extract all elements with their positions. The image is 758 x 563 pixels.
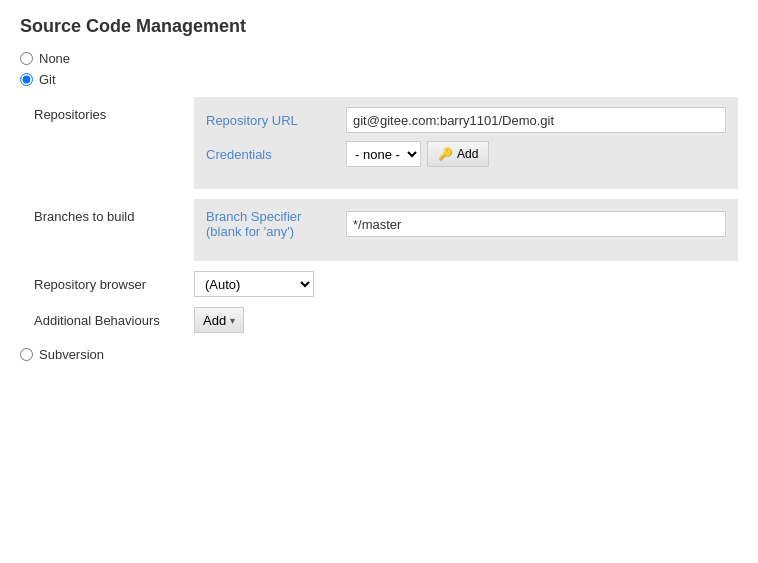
radio-subversion[interactable]: Subversion [20,347,738,362]
radio-none-label: None [39,51,70,66]
additional-behaviours-row: Additional Behaviours Add ▾ [34,307,738,333]
branch-specifier-row: Branch Specifier (blank for 'any') [206,209,726,239]
radio-git-input[interactable] [20,73,33,86]
branch-specifier-label: Branch Specifier (blank for 'any') [206,209,346,239]
branches-label: Branches to build [34,199,194,224]
repo-url-label: Repository URL [206,113,346,128]
branches-row: Branches to build Branch Specifier (blan… [34,199,738,271]
page-title: Source Code Management [20,16,738,37]
repositories-label: Repositories [34,97,194,122]
repositories-field-col: Repository URL Credentials - none - 🔑 Ad… [194,97,738,189]
credentials-add-button[interactable]: 🔑 Add [427,141,489,167]
page-container: Source Code Management None Git Reposito… [0,0,758,563]
radio-git[interactable]: Git [20,72,738,87]
repo-browser-select[interactable]: (Auto) [194,271,314,297]
repo-url-input[interactable] [346,107,726,133]
repo-browser-row: Repository browser (Auto) [34,271,738,297]
radio-subversion-label: Subversion [39,347,104,362]
radio-subversion-input[interactable] [20,348,33,361]
dropdown-arrow-icon: ▾ [230,315,235,326]
scm-radio-group: None Git [20,51,738,87]
scm-section: Repositories Repository URL Credentials … [34,97,738,333]
additional-behaviours-label: Additional Behaviours [34,313,194,328]
credentials-add-label: Add [457,147,478,161]
radio-none-input[interactable] [20,52,33,65]
repo-browser-label: Repository browser [34,277,194,292]
branch-specifier-input[interactable] [346,211,726,237]
subversion-radio-group: Subversion [20,347,738,362]
add-button-label: Add [203,313,226,328]
radio-none[interactable]: None [20,51,738,66]
repo-url-row: Repository URL [206,107,726,133]
additional-behaviours-add-button[interactable]: Add ▾ [194,307,244,333]
key-icon: 🔑 [438,147,453,161]
credentials-select[interactable]: - none - [346,141,421,167]
repositories-row: Repositories Repository URL Credentials … [34,97,738,199]
branches-field-col: Branch Specifier (blank for 'any') [194,199,738,261]
radio-git-label: Git [39,72,56,87]
credentials-label: Credentials [206,147,346,162]
credentials-row: Credentials - none - 🔑 Add [206,141,726,167]
credentials-controls: - none - 🔑 Add [346,141,489,167]
